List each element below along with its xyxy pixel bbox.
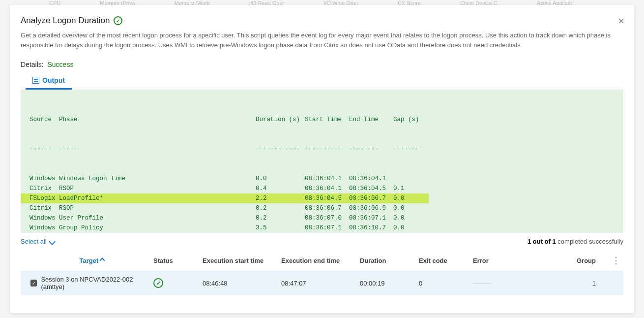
close-icon[interactable]: × bbox=[618, 15, 624, 28]
col-group[interactable]: Group bbox=[537, 257, 596, 264]
tab-output-label: Output bbox=[42, 76, 65, 84]
details-line: Details: Success bbox=[21, 61, 623, 68]
col-target[interactable]: Target bbox=[30, 257, 153, 264]
output-pane[interactable]: SourcePhaseDuration (s)Start TimeEnd Tim… bbox=[21, 90, 623, 233]
row-exec-end: 08:47:07 bbox=[281, 280, 360, 287]
col-duration[interactable]: Duration bbox=[360, 257, 419, 264]
modal-title: Analyze Logon Duration bbox=[21, 16, 110, 26]
output-row: CitrixRSOP0.408:36:04.108:36:04.50.1 bbox=[21, 184, 623, 193]
row-duration: 00:00:19 bbox=[360, 280, 419, 287]
output-row: CitrixRSOP0.208:36:06.708:36:06.90.0 bbox=[21, 203, 623, 213]
modal-description: Get a detailed overview of the most rece… bbox=[21, 31, 623, 50]
output-row: WindowsGroup Policy3.508:36:07.108:36:10… bbox=[21, 223, 623, 233]
details-status: Success bbox=[47, 61, 73, 68]
row-checkbox[interactable]: ✓ bbox=[30, 280, 37, 286]
sort-asc-icon bbox=[100, 257, 105, 263]
col-exit[interactable]: Exit code bbox=[419, 257, 473, 264]
completed-summary: 1 out of 1 completed successfully bbox=[527, 238, 623, 245]
select-all-button[interactable]: Select all bbox=[21, 238, 55, 245]
output-divider: ----------------------------------------… bbox=[21, 144, 623, 154]
results-table-header: Target Status Execution start time Execu… bbox=[21, 250, 623, 271]
output-row: FSLogixLoadProfile*2.208:36:04.508:36:06… bbox=[21, 193, 429, 203]
table-row[interactable]: ✓ Session 3 on NPCVAD2022-002 (amttye) ✓… bbox=[21, 271, 623, 295]
analyze-logon-modal: × Analyze Logon Duration ✓ Get a detaile… bbox=[10, 5, 634, 313]
col-exec-end[interactable]: Execution end time bbox=[281, 257, 360, 264]
background-column-headers: CPUMemory (PrivaMemory (WorkI/O Read Ope… bbox=[0, 0, 644, 5]
output-header: SourcePhaseDuration (s)Start TimeEnd Tim… bbox=[21, 115, 623, 125]
row-exit: 0 bbox=[419, 280, 473, 287]
tab-output[interactable]: Output bbox=[26, 73, 72, 90]
success-check-icon: ✓ bbox=[114, 16, 122, 25]
row-target-label: Session 3 on NPCVAD2022-002 (amttye) bbox=[41, 276, 153, 290]
row-exec-start: 08:46:48 bbox=[203, 280, 281, 287]
row-group: 1 bbox=[537, 280, 596, 287]
output-icon bbox=[32, 77, 39, 84]
output-row: WindowsUser Profile0.208:36:07.008:36:07… bbox=[21, 213, 623, 223]
output-row: WindowsWindows Logon Time0.008:36:04.108… bbox=[21, 174, 623, 184]
col-error[interactable]: Error bbox=[473, 257, 537, 264]
chevron-down-icon bbox=[49, 238, 56, 245]
col-exec-start[interactable]: Execution start time bbox=[203, 257, 281, 264]
row-status-icon: ✓ bbox=[153, 278, 163, 288]
kebab-menu-icon[interactable]: ⋮ bbox=[596, 255, 620, 266]
col-status[interactable]: Status bbox=[153, 257, 203, 264]
row-error: ——— bbox=[473, 280, 537, 287]
